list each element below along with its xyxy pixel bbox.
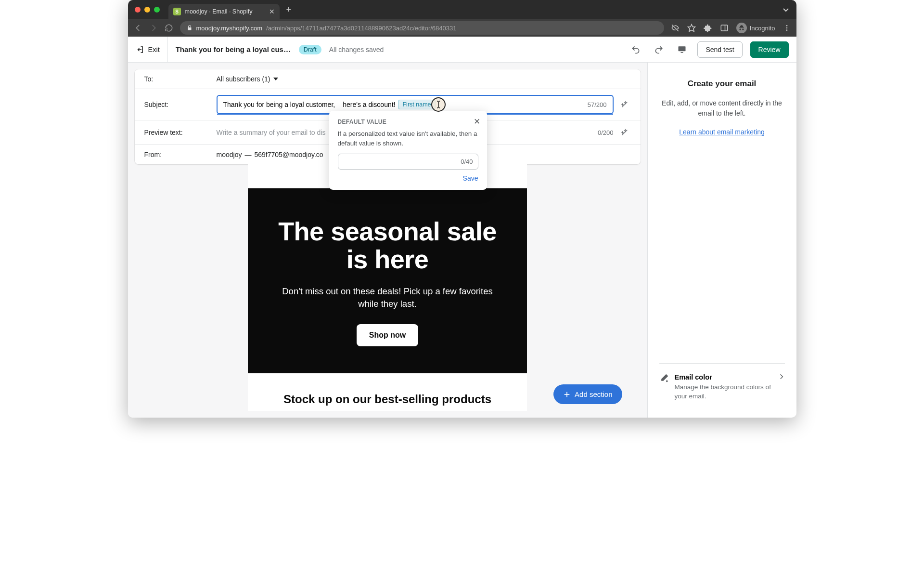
chevron-right-icon xyxy=(778,373,785,401)
default-value-input[interactable] xyxy=(338,154,478,170)
hero-section[interactable]: The seasonal sale is here Don't miss out… xyxy=(248,188,527,373)
hero-title: The seasonal sale is here xyxy=(272,217,503,274)
email-preview: The seasonal sale is here Don't miss out… xyxy=(135,164,641,411)
incognito-label: Incognito xyxy=(750,25,775,32)
to-dropdown[interactable]: All subscribers (1) xyxy=(217,75,278,83)
saved-status: All changes saved xyxy=(329,46,384,53)
svg-point-3 xyxy=(786,25,787,26)
star-icon[interactable] xyxy=(687,24,696,32)
subject-text-suffix: here's a discount! xyxy=(343,101,395,108)
back-icon[interactable] xyxy=(134,24,142,32)
tab-title: moodjoy · Email · Shopify xyxy=(185,8,253,15)
svg-point-5 xyxy=(786,29,787,31)
page-title: Thank you for being a loyal custom… xyxy=(176,45,291,53)
app-header: Exit Thank you for being a loyal custom…… xyxy=(128,37,796,63)
redo-icon[interactable] xyxy=(651,42,667,57)
eye-off-icon[interactable] xyxy=(671,24,680,32)
preview-text-label: Preview text: xyxy=(144,129,217,136)
kebab-menu-icon[interactable] xyxy=(783,24,791,32)
close-window-icon[interactable] xyxy=(135,7,141,13)
desktop-preview-icon[interactable] xyxy=(674,42,690,57)
stock-title: Stock up on our best-selling products xyxy=(248,373,527,411)
popover-title: DEFAULT VALUE xyxy=(338,118,478,125)
to-value: All subscribers (1) xyxy=(217,75,270,83)
hero-subtitle: Don't miss out on these deals! Pick up a… xyxy=(272,285,503,310)
editor-pane: To: All subscribers (1) Subject: Thank y… xyxy=(128,63,647,418)
review-button[interactable]: Review xyxy=(750,41,789,58)
incognito-badge[interactable]: Incognito xyxy=(736,23,775,33)
magic-wand-icon[interactable] xyxy=(618,126,631,139)
extensions-icon[interactable] xyxy=(704,24,712,32)
side-panel-icon[interactable] xyxy=(720,24,729,32)
window-dropdown-icon[interactable] xyxy=(782,6,790,13)
browser-addressbar: moodjoy.myshopify.com/admin/apps/14711ad… xyxy=(128,19,796,37)
from-name: moodjoy xyxy=(217,151,242,158)
text-cursor-indicator-icon xyxy=(431,97,446,112)
caret-down-icon xyxy=(273,77,278,81)
email-color-title: Email color xyxy=(675,373,772,381)
lock-icon xyxy=(187,25,192,31)
svg-rect-7 xyxy=(681,52,683,53)
maximize-window-icon[interactable] xyxy=(154,7,160,13)
subject-label: Subject: xyxy=(144,101,217,108)
svg-marker-0 xyxy=(688,25,695,32)
close-icon[interactable]: ✕ xyxy=(474,117,480,127)
draft-badge: Draft xyxy=(299,45,321,54)
new-tab-icon[interactable]: + xyxy=(286,5,292,15)
to-label: To: xyxy=(144,75,217,83)
learn-marketing-link[interactable]: Learn about email marketing xyxy=(659,128,785,136)
url-path: /admin/apps/14711ad7477a3d0211488990623a… xyxy=(266,25,456,32)
url-host: moodjoy.myshopify.com xyxy=(196,25,263,32)
url-input[interactable]: moodjoy.myshopify.com/admin/apps/14711ad… xyxy=(180,21,664,35)
email-color-description: Manage the background colors of your ema… xyxy=(675,383,772,401)
preview-counter: 0/200 xyxy=(598,129,614,136)
reload-icon[interactable] xyxy=(165,24,173,32)
add-section-button[interactable]: Add section xyxy=(553,384,622,404)
exit-icon xyxy=(136,45,144,54)
send-test-button[interactable]: Send test xyxy=(697,41,742,58)
from-separator: — xyxy=(244,151,251,158)
right-panel-description: Edit, add, or move content directly in t… xyxy=(659,98,785,118)
magic-wand-icon[interactable] xyxy=(618,98,631,111)
to-row: To: All subscribers (1) xyxy=(135,69,641,89)
subject-counter: 57/200 xyxy=(588,101,607,108)
svg-rect-1 xyxy=(721,25,728,31)
subject-text-prefix: Thank you for being a loyal customer, xyxy=(223,101,335,108)
traffic-lights xyxy=(135,7,160,13)
save-link[interactable]: Save xyxy=(338,174,478,182)
browser-tab[interactable]: S moodjoy · Email · Shopify ✕ xyxy=(168,4,280,19)
svg-point-4 xyxy=(786,27,787,29)
exit-label: Exit xyxy=(148,46,160,53)
add-section-label: Add section xyxy=(575,390,612,398)
plus-icon xyxy=(563,391,571,398)
from-value: moodjoy — 569f7705@moodjoy.co xyxy=(217,151,323,158)
browser-titlebar: S moodjoy · Email · Shopify ✕ + xyxy=(128,0,796,19)
right-panel-title: Create your email xyxy=(659,79,785,89)
email-color-section[interactable]: Email color Manage the background colors… xyxy=(659,363,785,401)
svg-rect-6 xyxy=(679,46,686,51)
undo-icon[interactable] xyxy=(628,42,643,57)
shopify-favicon-icon: S xyxy=(173,8,181,15)
from-label: From: xyxy=(144,151,217,158)
from-email: 569f7705@moodjoy.co xyxy=(254,151,323,158)
popover-description: If a personalized text value isn't avail… xyxy=(338,129,478,148)
close-tab-icon[interactable]: ✕ xyxy=(269,8,275,15)
exit-button[interactable]: Exit xyxy=(136,37,168,62)
forward-icon[interactable] xyxy=(149,24,158,32)
color-bucket-icon xyxy=(659,373,669,401)
svg-marker-8 xyxy=(273,78,278,80)
incognito-icon xyxy=(736,23,747,33)
default-value-popover: DEFAULT VALUE ✕ If a personalized text v… xyxy=(329,111,487,190)
shop-now-button[interactable]: Shop now xyxy=(357,324,418,346)
right-panel: Create your email Edit, add, or move con… xyxy=(647,63,796,418)
minimize-window-icon[interactable] xyxy=(144,7,150,13)
variable-chip-first-name[interactable]: First name xyxy=(398,100,435,109)
